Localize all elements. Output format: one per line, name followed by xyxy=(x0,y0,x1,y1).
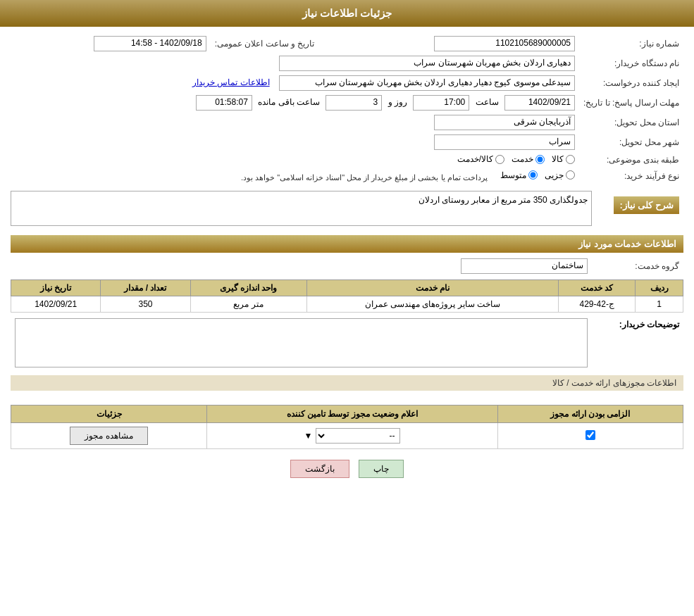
col-name: نام خدمت xyxy=(306,280,559,296)
buyer-notes-label: توضیحات خریدار: xyxy=(619,320,679,329)
table-row: 1 ج-42-429 ساخت سایر پروژه‌های مهندسی عم… xyxy=(11,296,683,313)
cell-unit: متر مربع xyxy=(190,296,306,313)
perm-row: -- ▼ مشاهده مجوز xyxy=(11,423,683,449)
permissions-divider: اطلاعات مجوزهای ارائه خدمت / کالا xyxy=(11,375,683,391)
cell-quantity: 350 xyxy=(101,296,190,313)
deadline-time-label: ساعت xyxy=(476,97,499,107)
need-number-display: 1102105689000005 xyxy=(434,36,575,51)
date-display: 1402/09/18 - 14:58 xyxy=(94,36,206,51)
category-radio-both[interactable] xyxy=(495,155,504,164)
print-button[interactable]: چاپ xyxy=(359,460,404,478)
service-group-label: گروه خدمت: xyxy=(592,256,683,276)
perm-details-cell: مشاهده مجوز xyxy=(11,423,207,449)
cell-code: ج-42-429 xyxy=(559,296,636,313)
category-radio-khedmat[interactable] xyxy=(535,155,545,164)
services-table: ردیف کد خدمت نام خدمت واحد اندازه گیری ت… xyxy=(11,279,683,313)
col-quantity: تعداد / مقدار xyxy=(101,280,190,296)
province-display: آذربایجان شرقی xyxy=(434,115,575,130)
buyer-notes-table: توضیحات خریدار: xyxy=(11,316,683,372)
deadline-remaining-display: 01:58:07 xyxy=(196,95,252,111)
page-title: جزئیات اطلاعات نیاز xyxy=(0,0,694,27)
cell-date: 1402/09/21 xyxy=(11,296,101,313)
purchase-type-note: پرداخت تمام یا بخشی از مبلغ خریدار از مح… xyxy=(241,172,488,181)
requester-value: سیدعلی موسوی کیوج دهیار دهیاری اردلان بخ… xyxy=(11,73,579,93)
purchase-type-label: نوع فرآیند خرید: xyxy=(579,168,683,184)
description-value: جدولگذاری 350 متر مربع از معابر روستای ا… xyxy=(11,191,592,226)
purchase-type-option-jozi: جزیی xyxy=(545,170,575,180)
deadline-label: مهلت ارسال پاسخ: تا تاریخ: xyxy=(579,93,683,113)
deadline-date-display: 1402/09/21 xyxy=(504,95,575,111)
permissions-table: الزامی بودن ارائه مجوز اعلام وضعیت مجوز … xyxy=(11,405,683,449)
purchase-type-motes-label: متوسط xyxy=(500,170,526,180)
category-both-label: کالا/خدمت xyxy=(457,154,493,164)
cell-row: 1 xyxy=(636,296,683,313)
perm-col-details: جزئیات xyxy=(11,406,207,423)
category-kala-label: کالا xyxy=(552,154,564,164)
province-value: آذربایجان شرقی xyxy=(11,113,579,132)
requester-display: سیدعلی موسوی کیوج دهیار دهیاری اردلان بخ… xyxy=(279,75,575,91)
col-code: کد خدمت xyxy=(559,280,636,296)
category-radios: کالا خدمت کالا/خدمت xyxy=(11,152,579,168)
province-label: استان محل تحویل: xyxy=(579,113,683,132)
category-option-both: کالا/خدمت xyxy=(457,154,504,164)
contact-link[interactable]: اطلاعات تماس خریدار xyxy=(192,77,270,87)
deadline-row: 1402/09/21 ساعت 17:00 روز و 3 ساعت باقی … xyxy=(11,93,579,113)
description-table: شرح کلی نیاز: جدولگذاری 350 متر مربع از … xyxy=(11,187,683,230)
purchase-type-row: جزیی متوسط پرداخت تمام یا بخشی از مبلغ خ… xyxy=(11,168,579,184)
category-option-kala: کالا xyxy=(552,154,575,164)
page-wrapper: جزئیات اطلاعات نیاز شماره نیاز: 11021056… xyxy=(0,0,694,616)
need-number-value: 1102105689000005 xyxy=(333,34,579,54)
purchase-type-radio-group: جزیی متوسط xyxy=(500,170,575,180)
category-radio-kala[interactable] xyxy=(566,155,575,164)
purchase-type-radio-motes[interactable] xyxy=(528,170,538,180)
deadline-days-display: 3 xyxy=(326,95,382,111)
perm-col-required: الزامی بودن ارائه مجوز xyxy=(497,406,683,423)
requester-label: ایجاد کننده درخواست: xyxy=(579,73,683,93)
back-button[interactable]: بازگشت xyxy=(290,460,349,478)
perm-required-checkbox[interactable] xyxy=(585,430,595,440)
buyer-org-display: دهیاری اردلان بخش مهربان شهرستان سراب xyxy=(279,56,575,71)
buyer-notes-input[interactable] xyxy=(15,318,588,367)
buyer-org-label: نام دستگاه خریدار: xyxy=(579,54,683,73)
date-label: تاریخ و ساعت اعلان عمومی: xyxy=(211,34,319,54)
header-info-table: شماره نیاز: 1102105689000005 تاریخ و ساع… xyxy=(11,34,683,184)
col-row: ردیف xyxy=(636,280,683,296)
date-value: 1402/09/18 - 14:58 xyxy=(11,34,211,54)
perm-status-select[interactable]: -- xyxy=(316,428,400,444)
col-date: تاریخ نیاز xyxy=(11,280,101,296)
category-label: طبقه بندی موضوعی: xyxy=(579,152,683,168)
category-option-khedmat: خدمت xyxy=(512,154,545,164)
need-number-label: شماره نیاز: xyxy=(579,34,683,54)
deadline-days-label: روز و xyxy=(388,97,407,107)
buyer-org-value: دهیاری اردلان بخش مهربان شهرستان سراب xyxy=(11,54,579,73)
col-unit: واحد اندازه گیری xyxy=(190,280,306,296)
dropdown-icon: ▼ xyxy=(304,431,313,441)
purchase-type-option-motes: متوسط xyxy=(500,170,538,180)
service-group-display: ساختمان xyxy=(461,258,588,274)
purchase-type-jozi-label: جزیی xyxy=(545,170,564,180)
deadline-remaining-label: ساعت باقی مانده xyxy=(258,97,320,107)
category-radio-group: کالا خدمت کالا/خدمت xyxy=(457,154,575,164)
service-group-table: گروه خدمت: ساختمان xyxy=(11,256,683,276)
main-content: شماره نیاز: 1102105689000005 تاریخ و ساع… xyxy=(0,27,694,485)
description-label: شرح کلی نیاز: xyxy=(614,196,679,214)
perm-status-cell: -- ▼ xyxy=(207,423,498,449)
perm-col-status: اعلام وضعیت مجوز توسط تامین کننده xyxy=(207,406,498,423)
city-display: سراب xyxy=(434,134,575,150)
category-khedmat-label: خدمت xyxy=(512,154,533,164)
cell-name: ساخت سایر پروژه‌های مهندسی عمران xyxy=(306,296,559,313)
service-group-value: ساختمان xyxy=(11,256,592,276)
view-permit-button[interactable]: مشاهده مجوز xyxy=(70,427,147,445)
city-label: شهر محل تحویل: xyxy=(579,132,683,152)
deadline-time-display: 17:00 xyxy=(413,95,469,111)
purchase-type-radio-jozi[interactable] xyxy=(566,170,575,180)
bottom-buttons: چاپ بازگشت xyxy=(11,460,683,478)
services-section-title: اطلاعات خدمات مورد نیاز xyxy=(11,235,683,253)
perm-required-cell xyxy=(497,423,683,449)
city-value: سراب xyxy=(11,132,579,152)
